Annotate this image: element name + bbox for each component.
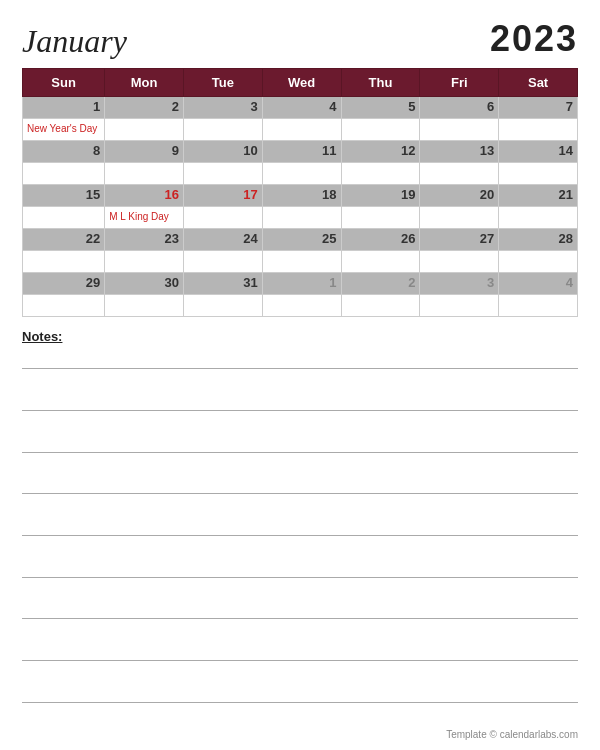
event-cell-w3d6 — [499, 251, 578, 273]
date-cell-w0d5: 6 — [420, 97, 499, 119]
notes-line-8 — [22, 702, 578, 703]
page: January 2023 SunMonTueWedThuFriSat 12345… — [0, 0, 600, 750]
date-cell-w4d1: 30 — [105, 273, 184, 295]
notes-lines — [22, 348, 578, 723]
event-cell-w1d6 — [499, 163, 578, 185]
date-cell-w0d2: 3 — [183, 97, 262, 119]
event-cell-w1d3 — [262, 163, 341, 185]
day-header-sun: Sun — [23, 69, 105, 97]
event-cell-w4d2 — [183, 295, 262, 317]
date-cell-w4d2: 31 — [183, 273, 262, 295]
date-cell-w1d5: 13 — [420, 141, 499, 163]
day-header-sat: Sat — [499, 69, 578, 97]
event-cell-w1d1 — [105, 163, 184, 185]
day-header-thu: Thu — [341, 69, 420, 97]
day-header-fri: Fri — [420, 69, 499, 97]
event-cell-w2d3 — [262, 207, 341, 229]
date-cell-w4d0: 29 — [23, 273, 105, 295]
notes-line-4 — [22, 535, 578, 536]
event-cell-w4d4 — [341, 295, 420, 317]
date-cell-w1d6: 14 — [499, 141, 578, 163]
week-event-row-2: M L King Day — [23, 207, 578, 229]
event-cell-w0d6 — [499, 119, 578, 141]
date-cell-w3d4: 26 — [341, 229, 420, 251]
event-cell-w3d3 — [262, 251, 341, 273]
event-cell-w0d3 — [262, 119, 341, 141]
notes-line-1 — [22, 410, 578, 411]
event-cell-w3d5 — [420, 251, 499, 273]
event-cell-w2d5 — [420, 207, 499, 229]
date-cell-w0d4: 5 — [341, 97, 420, 119]
event-cell-w3d2 — [183, 251, 262, 273]
calendar-table: SunMonTueWedThuFriSat 1234567New Year's … — [22, 68, 578, 317]
footer: Template © calendarlabs.com — [22, 729, 578, 740]
date-cell-w4d3: 1 — [262, 273, 341, 295]
event-cell-w3d1 — [105, 251, 184, 273]
event-text-w0d0: New Year's Day — [27, 123, 97, 134]
date-cell-w3d2: 24 — [183, 229, 262, 251]
date-cell-w0d6: 7 — [499, 97, 578, 119]
week-event-row-1 — [23, 163, 578, 185]
date-cell-w2d2: 17 — [183, 185, 262, 207]
date-cell-w4d4: 2 — [341, 273, 420, 295]
day-header-mon: Mon — [105, 69, 184, 97]
date-cell-w0d0: 1 — [23, 97, 105, 119]
event-cell-w2d1: M L King Day — [105, 207, 184, 229]
event-cell-w4d3 — [262, 295, 341, 317]
event-cell-w3d4 — [341, 251, 420, 273]
date-cell-w1d2: 10 — [183, 141, 262, 163]
date-cell-w4d6: 4 — [499, 273, 578, 295]
notes-line-2 — [22, 452, 578, 453]
event-cell-w2d0 — [23, 207, 105, 229]
week-date-row-0: 1234567 — [23, 97, 578, 119]
date-cell-w2d0: 15 — [23, 185, 105, 207]
week-date-row-2: 15161718192021 — [23, 185, 578, 207]
date-cell-w1d1: 9 — [105, 141, 184, 163]
week-date-row-3: 22232425262728 — [23, 229, 578, 251]
date-cell-w0d1: 2 — [105, 97, 184, 119]
event-cell-w0d4 — [341, 119, 420, 141]
event-cell-w0d0: New Year's Day — [23, 119, 105, 141]
year-title: 2023 — [490, 18, 578, 60]
event-cell-w2d4 — [341, 207, 420, 229]
event-cell-w3d0 — [23, 251, 105, 273]
notes-line-7 — [22, 660, 578, 661]
event-cell-w1d4 — [341, 163, 420, 185]
week-event-row-3 — [23, 251, 578, 273]
event-cell-w4d1 — [105, 295, 184, 317]
event-cell-w4d6 — [499, 295, 578, 317]
event-cell-w4d0 — [23, 295, 105, 317]
week-date-row-1: 891011121314 — [23, 141, 578, 163]
notes-label: Notes: — [22, 329, 578, 344]
date-cell-w2d5: 20 — [420, 185, 499, 207]
calendar-header: January 2023 — [22, 18, 578, 60]
event-cell-w0d5 — [420, 119, 499, 141]
date-cell-w1d4: 12 — [341, 141, 420, 163]
date-cell-w4d5: 3 — [420, 273, 499, 295]
week-event-row-4 — [23, 295, 578, 317]
event-text-w2d1: M L King Day — [109, 211, 169, 222]
date-cell-w2d3: 18 — [262, 185, 341, 207]
day-header-tue: Tue — [183, 69, 262, 97]
days-header-row: SunMonTueWedThuFriSat — [23, 69, 578, 97]
notes-line-3 — [22, 493, 578, 494]
date-cell-w3d0: 22 — [23, 229, 105, 251]
date-cell-w3d5: 27 — [420, 229, 499, 251]
date-cell-w2d4: 19 — [341, 185, 420, 207]
event-cell-w1d2 — [183, 163, 262, 185]
day-header-wed: Wed — [262, 69, 341, 97]
notes-section: Notes: — [22, 329, 578, 723]
date-cell-w2d6: 21 — [499, 185, 578, 207]
event-cell-w1d0 — [23, 163, 105, 185]
week-event-row-0: New Year's Day — [23, 119, 578, 141]
date-cell-w0d3: 4 — [262, 97, 341, 119]
date-cell-w1d3: 11 — [262, 141, 341, 163]
date-cell-w2d1: 16 — [105, 185, 184, 207]
event-cell-w0d2 — [183, 119, 262, 141]
notes-line-5 — [22, 577, 578, 578]
notes-line-0 — [22, 368, 578, 369]
event-cell-w0d1 — [105, 119, 184, 141]
date-cell-w1d0: 8 — [23, 141, 105, 163]
month-title: January — [22, 23, 127, 60]
date-cell-w3d1: 23 — [105, 229, 184, 251]
